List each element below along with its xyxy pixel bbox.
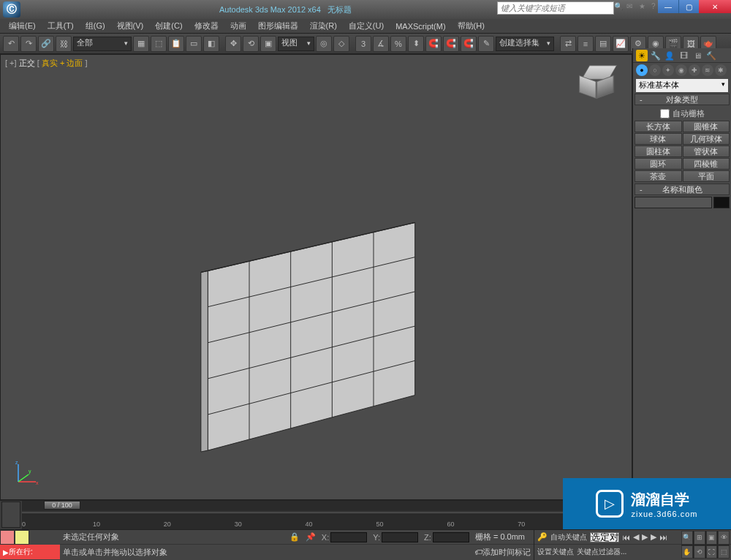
x-input[interactable] <box>330 532 367 542</box>
maxvp-button[interactable]: ⛶ <box>706 545 718 559</box>
y-input[interactable] <box>382 532 418 542</box>
comm-icon[interactable]: ✉ <box>626 2 637 12</box>
layer-dropdown[interactable]: 全部 <box>73 37 132 51</box>
torus-button[interactable]: 圆环 <box>635 158 682 170</box>
script-play-button[interactable] <box>15 530 29 545</box>
selname-button[interactable]: 📋 <box>168 36 184 52</box>
key-icon[interactable]: 🔑 <box>537 532 548 542</box>
tube-button[interactable]: 管状体 <box>683 145 730 157</box>
seluniform-button[interactable]: ◇ <box>333 36 349 52</box>
script-rec-button[interactable] <box>0 530 15 545</box>
select-button[interactable]: ⬚ <box>151 36 167 52</box>
create-light-tab[interactable]: ✦ <box>662 64 674 76</box>
time-slider-handle[interactable]: 0 / 100 <box>44 501 80 510</box>
selregion-button[interactable]: ▭ <box>186 36 202 52</box>
selfilter-button[interactable]: ▦ <box>133 36 149 52</box>
pctsnap-button[interactable]: % <box>390 36 406 52</box>
time-tag-icon[interactable]: 🏷 <box>474 548 482 556</box>
menu-view[interactable]: 视图(V) <box>111 20 150 31</box>
menu-tools[interactable]: 工具(T) <box>42 20 80 31</box>
app-icon[interactable]: Ⓒ <box>3 1 20 18</box>
primitive-dropdown[interactable]: 标准基本体 <box>636 79 728 92</box>
menu-create[interactable]: 创建(C) <box>149 20 188 31</box>
menu-animation[interactable]: 动画 <box>224 20 252 31</box>
snap-button[interactable]: 3 <box>355 36 371 52</box>
play-start-icon[interactable]: ⏮ <box>622 533 630 542</box>
play-next-icon[interactable]: ▶ <box>651 532 656 542</box>
magnet3-icon[interactable]: 🧲 <box>461 36 477 52</box>
menu-grapheditor[interactable]: 图形编辑器 <box>252 20 304 31</box>
scale-button[interactable]: ▣ <box>260 36 276 52</box>
link-button[interactable]: 🔗 <box>38 36 54 52</box>
timeline-config-button[interactable] <box>1 502 20 528</box>
fov-button[interactable]: 👁 <box>718 531 730 545</box>
autogrid-checkbox[interactable] <box>660 109 670 118</box>
zoom-all-button[interactable]: ⊞ <box>694 531 705 545</box>
autokey-button[interactable]: 自动关键点 <box>550 532 587 542</box>
viewport-label[interactable]: [ +] 正交 [ 真实 + 边面 ] <box>5 58 88 69</box>
zoom-ext-button[interactable]: ▣ <box>706 531 718 545</box>
undo-button[interactable]: ↶ <box>3 36 19 52</box>
rollout-name-color[interactable]: 名称和颜色 <box>635 183 730 195</box>
refcoord-dropdown[interactable]: 视图 <box>278 37 314 51</box>
search-input[interactable] <box>497 1 614 15</box>
hammer-icon[interactable]: 🔨 <box>705 50 717 61</box>
key-obj-input[interactable] <box>590 532 619 542</box>
create-geom-tab[interactable]: ● <box>636 64 648 76</box>
film-icon[interactable]: 🎞 <box>678 50 689 61</box>
sphere-button[interactable]: 球体 <box>635 133 682 145</box>
menu-maxscript[interactable]: MAXScript(M) <box>390 22 451 31</box>
play-icon[interactable]: ▶ <box>642 532 648 542</box>
wrench-icon[interactable]: 🔧 <box>650 50 662 61</box>
box-button[interactable]: 长方体 <box>635 121 682 132</box>
play-prev-icon[interactable]: ◀ <box>633 532 639 542</box>
box-object[interactable] <box>183 216 439 464</box>
cone-button[interactable]: 圆锥体 <box>683 121 730 132</box>
object-name-input[interactable] <box>635 197 712 208</box>
pin-icon[interactable]: 📌 <box>306 532 316 542</box>
magnet2-icon[interactable]: 🧲 <box>443 36 459 52</box>
magnet1-icon[interactable]: 🧲 <box>425 36 442 52</box>
teapot-button[interactable]: 茶壶 <box>635 170 682 182</box>
viewport[interactable]: [ +] 正交 [ 真实 + 边面 ] z x <box>0 54 632 500</box>
zoom-button[interactable]: 🔍 <box>681 531 693 545</box>
create-system-tab[interactable]: ✱ <box>715 64 727 76</box>
color-swatch[interactable] <box>713 197 730 208</box>
lock-icon[interactable]: 🔒 <box>289 532 300 542</box>
create-space-tab[interactable]: ≋ <box>702 64 713 76</box>
angsnap-button[interactable]: ∡ <box>373 36 389 52</box>
align-button[interactable]: ≡ <box>577 36 594 52</box>
minimize-button[interactable]: — <box>658 0 678 13</box>
menu-help[interactable]: 帮助(H) <box>452 20 491 31</box>
play-end-icon[interactable]: ⏭ <box>659 533 667 542</box>
spinner-button[interactable]: ⬍ <box>408 36 424 52</box>
unlink-button[interactable]: ⛓ <box>56 36 72 52</box>
create-camera-tab[interactable]: ◉ <box>675 64 687 76</box>
create-shape-tab[interactable]: ○ <box>649 64 661 76</box>
keyfilter-button[interactable]: 关键点过滤器... <box>577 547 626 557</box>
add-time-marker[interactable]: 添加时间标记 <box>482 547 531 558</box>
close-button[interactable]: ✕ <box>699 0 731 13</box>
cylinder-button[interactable]: 圆柱体 <box>635 145 682 157</box>
window-crossing-button[interactable]: ◧ <box>203 36 219 52</box>
z-input[interactable] <box>433 532 469 542</box>
menu-customize[interactable]: 自定义(U) <box>343 20 390 31</box>
menu-modifiers[interactable]: 修改器 <box>189 20 224 31</box>
sun-icon[interactable]: ☀ <box>636 50 648 61</box>
geosphere-button[interactable]: 几何球体 <box>683 133 730 145</box>
zoom-region-button[interactable]: ⬚ <box>718 545 730 559</box>
menu-group[interactable]: 组(G) <box>80 20 111 31</box>
binoculars-icon[interactable]: 🔍 <box>614 2 624 12</box>
create-helper-tab[interactable]: ✚ <box>689 64 700 76</box>
star-icon[interactable]: ★ <box>639 2 649 12</box>
mirror-button[interactable]: ⇄ <box>560 36 576 52</box>
plane-button[interactable]: 平面 <box>683 170 730 182</box>
rotate-button[interactable]: ⟲ <box>243 36 259 52</box>
orbit-button[interactable]: ⟲ <box>694 545 705 559</box>
maximize-button[interactable]: ▢ <box>678 0 699 13</box>
pan-button[interactable]: ✋ <box>681 545 693 559</box>
menu-edit[interactable]: 编辑(E) <box>3 20 42 31</box>
layers-button[interactable]: ▤ <box>595 36 611 52</box>
pyramid-button[interactable]: 四棱锥 <box>683 158 730 170</box>
redo-button[interactable]: ↷ <box>20 36 37 52</box>
